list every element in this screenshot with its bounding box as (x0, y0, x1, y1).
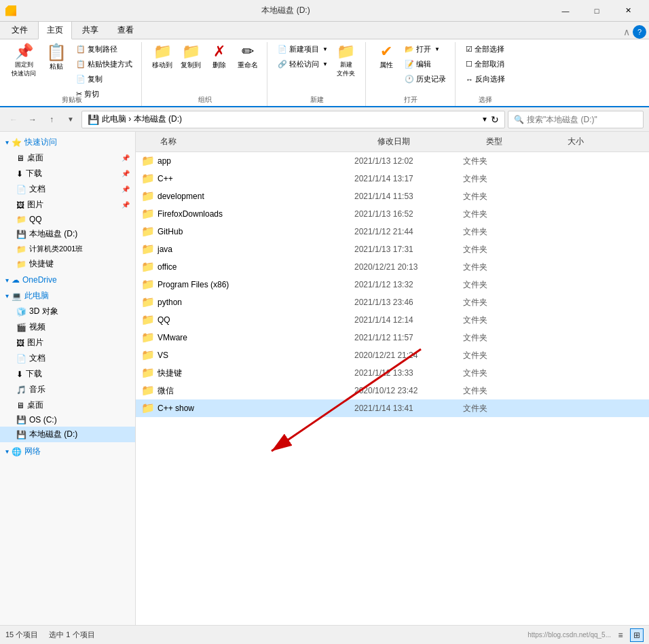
col-header-type[interactable]: 类型 (481, 135, 562, 149)
file-row-9[interactable]: 📁QQ2021/1/14 12:14文件夹 (136, 311, 649, 329)
folder-icon-12: 📁 (141, 366, 155, 380)
file-row-6[interactable]: 📁office2020/12/21 20:13文件夹 (136, 258, 649, 276)
file-row-12[interactable]: 📁快捷键2021/1/12 13:33文件夹 (136, 364, 649, 382)
file-row-5[interactable]: 📁java2021/1/13 17:31文件夹 (136, 240, 649, 258)
rename-button[interactable]: ✏ 重命名 (234, 42, 261, 72)
tab-file[interactable]: 文件 (3, 21, 37, 39)
col-header-name[interactable]: 名称 (155, 135, 372, 149)
col-header-size[interactable]: 大小 (562, 135, 649, 149)
search-input[interactable] (527, 115, 637, 124)
ribbon-collapse-btn[interactable]: ∧ (623, 26, 630, 37)
address-dropdown-icon[interactable]: ▼ (481, 115, 488, 123)
forward-button[interactable]: → (24, 111, 41, 128)
sidebar-item-3dobjects[interactable]: 🧊 3D 对象 (0, 304, 135, 319)
sidebar-label-downloads: 下载 (26, 168, 42, 179)
tab-view[interactable]: 查看 (109, 21, 143, 39)
folder-icon-4: 📁 (141, 225, 155, 238)
osc-icon: 💾 (16, 415, 26, 425)
sidebar-header-onedrive[interactable]: ▾ ☁ OneDrive (0, 273, 135, 287)
sidebar-header-thispc[interactable]: ▾ 💻 此电脑 (0, 288, 135, 304)
properties-button[interactable]: ✔ 属性 (373, 42, 400, 72)
sidebar-item-videos[interactable]: 🎬 视频 (0, 319, 135, 335)
file-type-5: 文件夹 (463, 244, 544, 255)
move-to-button[interactable]: 📁 移动到 (149, 42, 176, 72)
sidebar-item-documents2[interactable]: 📄 文档 (0, 351, 135, 366)
sidebar-item-music[interactable]: 🎵 音乐 (0, 382, 135, 397)
copy-to-button[interactable]: 📁 复制到 (177, 42, 204, 72)
sidebar-item-downloads2[interactable]: ⬇ 下载 (0, 366, 135, 382)
file-row-2[interactable]: 📁development2021/1/14 11:53文件夹 (136, 187, 649, 205)
pin-to-quickaccess-button[interactable]: 📌 固定到 快速访问 (8, 42, 39, 80)
sidebar-item-qq[interactable]: 📁 QQ (0, 213, 135, 226)
close-button[interactable]: ✕ (612, 0, 644, 22)
sidebar-item-desktop[interactable]: 🖥 桌面 📌 (0, 150, 135, 166)
sidebar-item-localdisk-d[interactable]: 💾 本地磁盘 (D:) (0, 226, 135, 242)
downloads2-icon: ⬇ (16, 370, 23, 379)
file-row-11[interactable]: 📁VS2020/12/21 21:24文件夹 (136, 346, 649, 364)
address-bar[interactable]: 💾 此电脑 › 本地磁盘 (D:) ▼ ↻ (81, 111, 505, 128)
history-label: 历史记录 (416, 74, 446, 84)
folder-icon-7: 📁 (141, 278, 155, 291)
file-row-13[interactable]: 📁微信2020/10/12 23:42文件夹 (136, 382, 649, 399)
file-row-3[interactable]: 📁FirefoxDownloads2021/1/13 16:52文件夹 (136, 205, 649, 223)
new-item-button[interactable]: 📄 新建项目 ▼ (274, 42, 331, 56)
file-row-0[interactable]: 📁app2021/1/13 12:02文件夹 (136, 152, 649, 170)
easy-access-button[interactable]: 🔗 轻松访问 ▼ (274, 57, 331, 71)
file-row-8[interactable]: 📁python2021/1/13 23:46文件夹 (136, 293, 649, 311)
select-all-button[interactable]: ☑ 全部选择 (462, 42, 508, 56)
new-item-icon: 📄 (278, 45, 287, 54)
paste-shortcut-button[interactable]: 📋 粘贴快捷方式 (73, 57, 136, 71)
file-row-7[interactable]: 📁Program Files (x86)2021/1/12 13:32文件夹 (136, 276, 649, 293)
sidebar-item-localdisk-d2[interactable]: 💾 本地磁盘 (D:) (0, 427, 135, 442)
sidebar-header-quickaccess[interactable]: ▾ ⭐ 快速访问 (0, 135, 135, 150)
history-button[interactable]: 🕐 历史记录 (401, 72, 449, 86)
open-button[interactable]: 📂 打开 ▼ (401, 42, 449, 56)
new-folder-button[interactable]: 📁 新建 文件夹 (333, 42, 360, 80)
ribbon-body: 📌 固定到 快速访问 📋 粘贴 📋 复制路径 📋 粘贴快捷方式 📄 (0, 39, 649, 107)
music-icon: 🎵 (16, 385, 26, 395)
edit-button[interactable]: 📝 编辑 (401, 57, 449, 71)
sidebar-item-desktop2[interactable]: 🖥 桌面 (0, 397, 135, 413)
up-button[interactable]: ↑ (43, 111, 60, 128)
refresh-icon[interactable]: ↻ (491, 114, 499, 125)
file-name-2: development (157, 192, 354, 201)
chevron-down-icon: ▾ (5, 139, 9, 146)
edit-icon: 📝 (405, 60, 414, 69)
chevron-thispc-icon: ▾ (5, 292, 9, 300)
folder-icon-2: 📁 (141, 190, 155, 203)
invert-selection-button[interactable]: ↔ 反向选择 (462, 72, 508, 86)
file-row-4[interactable]: 📁GitHub2021/1/12 21:44文件夹 (136, 223, 649, 240)
copy-label: 复制 (88, 74, 103, 84)
copy-path-button[interactable]: 📋 复制路径 (73, 42, 136, 56)
delete-button[interactable]: ✗ 删除 (206, 42, 233, 72)
select-none-label: 全部取消 (475, 59, 504, 69)
sidebar-item-downloads[interactable]: ⬇ 下载 📌 (0, 166, 135, 181)
maximize-button[interactable]: □ (581, 0, 612, 22)
help-button[interactable]: ? (633, 25, 646, 39)
minimize-button[interactable]: — (550, 0, 581, 22)
sidebar-item-pictures[interactable]: 🖼 图片 📌 (0, 197, 135, 213)
tab-home[interactable]: 主页 (38, 21, 72, 39)
view-list-button[interactable]: ≡ (614, 628, 627, 642)
sidebar-header-network[interactable]: ▾ 🌐 网络 (0, 444, 135, 459)
file-date-12: 2021/1/12 13:33 (354, 368, 463, 378)
title-bar-icons (5, 5, 16, 16)
recent-locations-button[interactable]: ▼ (62, 111, 79, 128)
col-header-date[interactable]: 修改日期 (372, 135, 481, 149)
file-row-1[interactable]: 📁C++2021/1/14 13:17文件夹 (136, 170, 649, 187)
sidebar: ▾ ⭐ 快速访问 🖥 桌面 📌 ⬇ 下载 📌 📄 文档 📌 (0, 132, 136, 625)
view-icon-button[interactable]: ⊞ (630, 628, 644, 642)
sidebar-item-shortcuts[interactable]: 📁 快捷键 (0, 256, 135, 272)
sidebar-item-osc[interactable]: 💾 OS (C:) (0, 413, 135, 427)
sidebar-item-pictures2[interactable]: 🖼 图片 (0, 335, 135, 351)
paste-button[interactable]: 📋 粘贴 (41, 42, 71, 73)
back-button[interactable]: ← (5, 111, 22, 128)
file-row-14[interactable]: 📁C++ show2021/1/14 13:41文件夹 (136, 399, 649, 417)
sidebar-item-class2001[interactable]: 📁 计算机类2001班 (0, 242, 135, 256)
tab-share[interactable]: 共享 (73, 21, 107, 39)
sidebar-item-documents[interactable]: 📄 文档 📌 (0, 181, 135, 197)
select-none-button[interactable]: ☐ 全部取消 (462, 57, 508, 71)
copy-button[interactable]: 📄 复制 (73, 72, 136, 86)
file-row-10[interactable]: 📁VMware2021/1/12 11:57文件夹 (136, 329, 649, 346)
file-date-8: 2021/1/13 23:46 (354, 298, 463, 307)
